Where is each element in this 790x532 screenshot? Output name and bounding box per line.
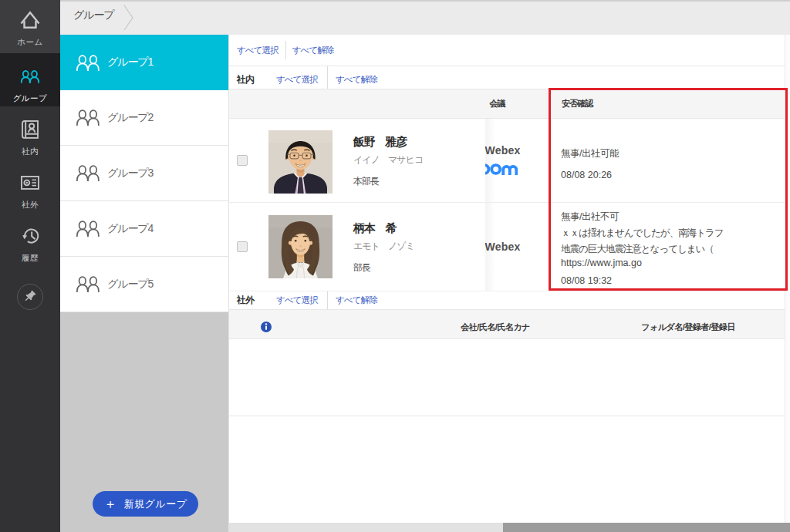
sidebar-item-label: グループ	[13, 93, 48, 103]
group-list-item-4[interactable]: グループ4	[60, 201, 228, 257]
row-checkbox[interactable]	[237, 241, 248, 252]
group-name: グループ2	[107, 111, 153, 125]
contact-title: 本部長	[353, 176, 423, 187]
business-card-icon	[21, 166, 39, 200]
column-header-safety: 安否確認	[562, 89, 592, 118]
breadcrumb-bar: グループ	[60, 0, 790, 35]
breadcrumb-chevron-icon	[123, 5, 134, 31]
external-select-all-link[interactable]: すべて選択	[276, 295, 318, 306]
sidebar-item-groups[interactable]: グループ	[0, 53, 60, 106]
sidebar: ホーム グループ 社内 社外 履歴	[0, 0, 60, 532]
pin-icon	[22, 288, 38, 306]
contact-photo	[268, 203, 333, 291]
selection-toolbar: すべて選択 すべて解除	[229, 35, 790, 66]
divider	[327, 66, 328, 89]
external-table-body	[229, 339, 785, 416]
info-icon[interactable]	[261, 310, 272, 338]
divider	[285, 41, 286, 59]
vertical-scrollbar[interactable]	[785, 35, 790, 523]
app-window: ホーム グループ 社内 社外 履歴	[0, 0, 790, 532]
external-section-label: 社外	[237, 294, 254, 307]
internal-clear-all-link[interactable]: すべて解除	[336, 69, 377, 86]
safety-cell: 無事/出社可能 08/08 20:26	[549, 119, 788, 202]
contact-kana: イイノ マサヒコ	[353, 154, 423, 165]
group-list-panel: グループ1 グループ2 グループ3 グループ4 グループ5 ＋ 新規グループ	[60, 35, 228, 532]
sidebar-item-external[interactable]: 社外	[0, 160, 60, 213]
pinned-panel-shadow	[485, 119, 495, 202]
sidebar-item-label: 履歴	[22, 253, 39, 262]
safety-status: 無事/出社可能	[561, 147, 619, 160]
safety-cell: 無事/出社不可 ｘｘは揺れませんでしたが、南海トラフ 地震の巨大地震注意となって…	[549, 203, 788, 291]
pin-button[interactable]	[17, 284, 43, 310]
group-name: グループ5	[107, 278, 153, 291]
column-header-folder: フォルダ名/登録者/登録日	[599, 310, 777, 338]
clear-all-link[interactable]: すべて解除	[292, 45, 334, 56]
external-clear-all-link[interactable]: すべて解除	[336, 295, 377, 306]
horizontal-scrollbar-thumb[interactable]	[503, 523, 790, 532]
contact-name[interactable]: 飯野 雅彦	[353, 135, 423, 149]
group-icon	[76, 55, 100, 71]
contact-row-1[interactable]: 飯野 雅彦 イイノ マサヒコ 本部長 Webex 無事/出社可能 08/08 2…	[229, 119, 790, 203]
contact-row-2[interactable]: 柄本 希 エモト ノゾミ 部長 Webex 無事/出社不可 ｘｘは揺れませんでし…	[229, 203, 790, 291]
main-content: すべて選択 すべて解除 社内 すべて選択 すべて解除 会議 安否確認 飯野 雅彦…	[228, 35, 790, 532]
group-list-item-1[interactable]: グループ1	[60, 35, 228, 90]
pinned-panel-shadow	[485, 203, 495, 291]
groups-icon	[21, 59, 39, 93]
group-list-item-5[interactable]: グループ5	[60, 257, 228, 312]
sidebar-item-internal[interactable]: 社内	[0, 106, 60, 160]
new-group-button[interactable]: ＋ 新規グループ	[93, 491, 198, 517]
contact-name[interactable]: 柄本 希	[353, 221, 414, 235]
group-icon	[76, 165, 100, 181]
sidebar-item-label: ホーム	[17, 37, 43, 46]
row-checkbox[interactable]	[237, 155, 248, 166]
safety-message: ｘｘは揺れませんでしたが、南海トラフ 地震の巨大地震注意となってしまい（ htt…	[561, 225, 724, 268]
group-icon	[76, 221, 100, 237]
group-name: グループ3	[107, 167, 153, 180]
safety-timestamp: 08/08 19:32	[561, 274, 724, 287]
group-name: グループ1	[107, 56, 153, 69]
internal-section-bar: 社内 すべて選択 すべて解除	[229, 66, 790, 89]
column-header-company: 会社/氏名/氏名カナ	[407, 310, 584, 338]
group-name: グループ4	[107, 222, 153, 236]
horizontal-scrollbar[interactable]	[228, 523, 790, 532]
history-icon	[22, 219, 39, 253]
safety-timestamp: 08/08 20:26	[561, 169, 619, 181]
divider	[327, 291, 328, 309]
column-header-meeting: 会議	[441, 89, 553, 118]
sidebar-item-label: 社内	[22, 146, 39, 156]
internal-table-header: 会議 安否確認	[229, 89, 790, 119]
select-all-link[interactable]: すべて選択	[237, 45, 279, 56]
contact-kana: エモト ノゾミ	[353, 241, 414, 251]
sidebar-item-label: 社外	[22, 200, 39, 209]
sidebar-item-history[interactable]: 履歴	[0, 213, 60, 266]
contact-title: 部長	[353, 262, 414, 273]
group-icon	[76, 109, 100, 126]
group-icon	[76, 276, 100, 292]
address-book-icon	[22, 113, 39, 146]
internal-select-all-link[interactable]: すべて選択	[276, 69, 318, 86]
plus-icon: ＋	[104, 497, 117, 510]
breadcrumb[interactable]: グループ	[73, 8, 114, 22]
group-list-item-2[interactable]: グループ2	[60, 90, 228, 146]
external-table-header: 会社/氏名/氏名カナ フォルダ名/登録者/登録日	[229, 309, 790, 339]
safety-status: 無事/出社不可	[561, 210, 724, 223]
sidebar-item-home[interactable]: ホーム	[0, 0, 60, 53]
external-section-bar: 社外 すべて選択 すべて解除	[229, 291, 790, 309]
home-icon	[20, 3, 40, 37]
contact-photo	[268, 119, 333, 202]
group-list-item-3[interactable]: グループ3	[60, 146, 228, 201]
internal-section-label: 社内	[237, 69, 254, 86]
